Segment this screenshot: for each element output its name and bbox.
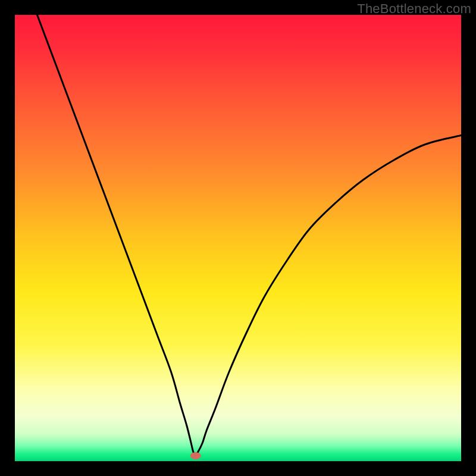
plot-area: [15, 15, 461, 461]
chart-frame: TheBottleneck.com: [0, 0, 476, 476]
chart-svg: [15, 15, 461, 461]
gradient-background: [15, 15, 461, 461]
optimal-marker: [190, 452, 201, 459]
watermark-text: TheBottleneck.com: [357, 1, 471, 17]
